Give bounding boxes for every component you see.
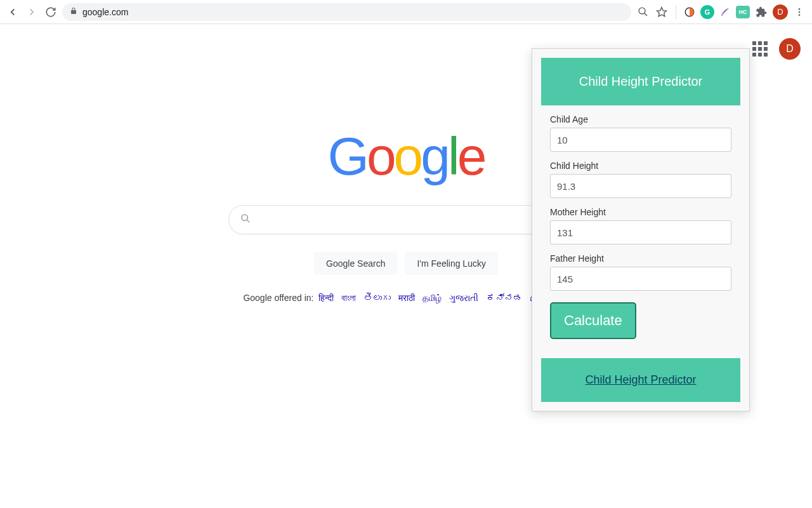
google-account-avatar[interactable]: D xyxy=(779,38,801,60)
lang-link[interactable]: ಕನ್ನಡ xyxy=(486,293,522,303)
url-text: google.com xyxy=(82,7,128,17)
extension-swirl-icon[interactable] xyxy=(683,5,697,19)
extension-grammarly-icon[interactable]: G xyxy=(700,5,714,19)
google-header: D xyxy=(752,38,801,60)
google-logo: G o o g l e xyxy=(328,126,485,187)
field-mother-height: Mother Height xyxy=(550,207,731,244)
popup-footer: Child Height Predictor xyxy=(541,358,740,402)
browser-menu-icon[interactable] xyxy=(792,4,807,20)
zoom-icon[interactable] xyxy=(635,4,650,20)
lock-icon xyxy=(70,7,77,17)
google-search-button[interactable]: Google Search xyxy=(314,252,397,275)
extension-height-predictor-icon[interactable]: HC xyxy=(736,6,750,18)
back-button[interactable] xyxy=(5,4,20,20)
page-content: D G o o g l e Google Search I'm Feeling … xyxy=(0,24,812,508)
search-input[interactable] xyxy=(228,205,584,234)
svg-point-5 xyxy=(799,11,801,13)
child-height-label: Child Height xyxy=(550,161,731,171)
field-father-height: Father Height xyxy=(550,253,731,291)
field-child-height: Child Height xyxy=(550,161,731,198)
lang-link[interactable]: मराठी xyxy=(398,293,415,303)
lang-link[interactable]: తెలుగు xyxy=(363,293,391,303)
father-height-input[interactable] xyxy=(550,267,731,291)
browser-toolbar: google.com G HC D xyxy=(0,0,812,24)
lang-link[interactable]: தமிழ் xyxy=(422,293,442,303)
child-age-label: Child Age xyxy=(550,114,731,124)
svg-point-7 xyxy=(242,215,247,220)
svg-point-6 xyxy=(799,14,801,16)
svg-line-8 xyxy=(247,220,249,222)
mother-height-label: Mother Height xyxy=(550,207,731,217)
popup-footer-link[interactable]: Child Height Predictor xyxy=(585,373,696,386)
search-icon xyxy=(240,213,251,226)
offered-in-label: Google offered in: xyxy=(243,293,313,303)
address-bar[interactable]: google.com xyxy=(62,3,631,21)
lang-link[interactable]: हिन्दी xyxy=(318,293,334,303)
google-buttons: Google Search I'm Feeling Lucky xyxy=(314,252,498,275)
extension-feather-icon[interactable] xyxy=(718,5,732,19)
field-child-age: Child Age xyxy=(550,114,731,152)
reload-button[interactable] xyxy=(43,4,58,20)
google-apps-icon[interactable] xyxy=(752,41,768,57)
svg-line-1 xyxy=(644,13,646,16)
father-height-label: Father Height xyxy=(550,253,731,264)
child-height-input[interactable] xyxy=(550,174,731,198)
lang-link[interactable]: ગુજરાતી xyxy=(449,293,478,303)
feeling-lucky-button[interactable]: I'm Feeling Lucky xyxy=(405,252,498,275)
svg-point-4 xyxy=(799,8,801,10)
extension-popup: Child Height Predictor Child Age Child H… xyxy=(532,48,750,411)
svg-point-0 xyxy=(639,8,645,14)
mother-height-input[interactable] xyxy=(550,220,731,244)
separator xyxy=(676,5,676,19)
child-age-input[interactable] xyxy=(550,128,731,152)
language-links: Google offered in: हिन्दी বাংলা తెలుగు म… xyxy=(243,293,568,304)
svg-marker-2 xyxy=(657,7,667,16)
extensions-puzzle-icon[interactable] xyxy=(754,4,769,20)
lang-link[interactable]: বাংলা xyxy=(341,293,356,303)
calculate-button[interactable]: Calculate xyxy=(550,302,636,339)
forward-button[interactable] xyxy=(24,4,39,20)
bookmark-star-icon[interactable] xyxy=(654,4,669,20)
profile-avatar-small[interactable]: D xyxy=(773,4,788,20)
popup-title: Child Height Predictor xyxy=(541,58,740,105)
